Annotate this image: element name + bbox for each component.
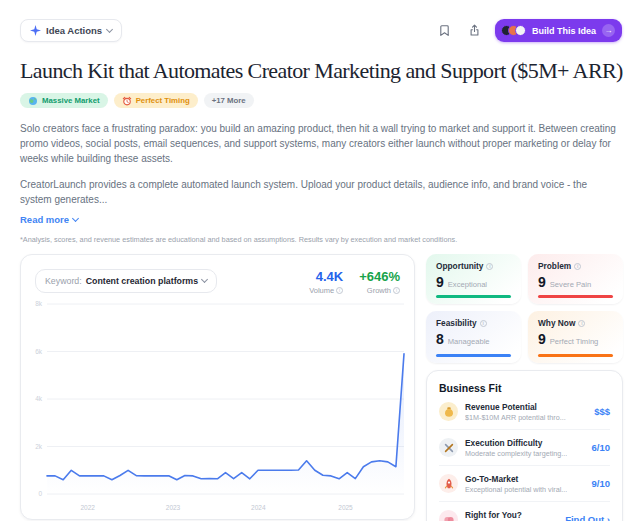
fit-row-revenue-potential: Revenue Potential $1M-$10M ARR potential… [439, 394, 610, 430]
fit-row-value: 6/10 [592, 442, 611, 453]
score-bar [538, 295, 613, 298]
alarm-clock-icon [122, 96, 132, 106]
score-title: Problem [538, 261, 571, 271]
tools-icon [443, 442, 455, 454]
volume-label: Volume [309, 286, 334, 295]
score-number: 9 [538, 331, 546, 347]
tag-perfect-timing[interactable]: Perfect Timing [114, 93, 198, 108]
score-bar [436, 295, 511, 298]
svg-text:2k: 2k [35, 443, 43, 450]
score-descriptor: Perfect Timing [550, 337, 599, 346]
fit-row-title: Right for You? [465, 510, 558, 520]
score-grid: Opportunity i 9 Exceptional Problem i [426, 254, 623, 363]
fit-row-title: Go-To-Market [465, 474, 567, 484]
ai-avatar-light [515, 25, 526, 36]
growth-stat: +646% Growth i [359, 269, 400, 295]
fit-row-title: Revenue Potential [465, 402, 566, 412]
description-paragraph-2: CreatorLaunch provides a complete automa… [20, 177, 620, 207]
brain-icon [443, 514, 455, 521]
info-icon[interactable]: i [574, 263, 581, 270]
find-out-link[interactable]: Find Out › [565, 514, 610, 521]
svg-text:8k: 8k [35, 300, 43, 307]
tag-label: Perfect Timing [136, 96, 190, 105]
bookmark-button[interactable] [435, 21, 455, 41]
score-card-opportunity: Opportunity i 9 Exceptional [426, 254, 521, 304]
score-number: 9 [538, 274, 546, 290]
score-bar [436, 354, 511, 357]
fit-row-subtitle: Moderate complexity targeting... [465, 449, 567, 458]
chevron-down-icon [72, 215, 79, 222]
globe-icon [28, 96, 38, 106]
score-card-problem: Problem i 9 Severe Pain [528, 254, 623, 304]
info-icon[interactable]: i [480, 320, 487, 327]
volume-stat: 4.4K Volume i [309, 269, 343, 295]
score-title: Feasibility [436, 318, 477, 328]
svg-text:2023: 2023 [166, 504, 181, 511]
arrow-right-icon: → [602, 24, 615, 37]
info-icon[interactable]: i [486, 263, 493, 270]
idea-actions-label: Idea Actions [46, 25, 102, 36]
idea-actions-button[interactable]: Idea Actions [20, 19, 122, 42]
score-bar [538, 354, 613, 357]
info-icon[interactable]: i [393, 287, 400, 294]
growth-value: +646% [359, 269, 400, 284]
fit-row-subtitle: $1M-$10M ARR potential thro... [465, 413, 566, 422]
fit-row-value: $$$ [594, 406, 610, 417]
sparkle-icon [30, 25, 41, 36]
score-title: Why Now [538, 318, 575, 328]
keyword-dropdown[interactable]: Keyword: Content creation platforms [35, 269, 217, 293]
score-number: 8 [436, 331, 444, 347]
fit-row-right-for-you: Right for You? Ideal for tech-savvy foun… [439, 502, 610, 521]
top-action-bar: Idea Actions Build This Idea [20, 18, 622, 43]
score-descriptor: Manageable [448, 337, 490, 346]
idea-detail-page: Idea Actions Build This Idea [0, 18, 640, 521]
fit-row-value: 9/10 [592, 478, 611, 489]
svg-text:2022: 2022 [80, 504, 95, 511]
svg-text:2025: 2025 [338, 504, 353, 511]
chevron-down-icon [106, 25, 113, 32]
read-more-link[interactable]: Read more [20, 214, 78, 225]
score-title: Opportunity [436, 261, 483, 271]
bookmark-icon [438, 24, 451, 37]
read-more-label: Read more [20, 214, 69, 225]
svg-text:2024: 2024 [251, 504, 266, 511]
business-fit-card: Business Fit Revenue Potential $1M-$10M … [426, 370, 623, 521]
keyword-value: Content creation platforms [86, 276, 198, 286]
ai-tool-avatars [501, 25, 526, 36]
score-number: 9 [436, 274, 444, 290]
score-descriptor: Exceptional [448, 280, 487, 289]
svg-text:6k: 6k [35, 348, 43, 355]
tag-label: Massive Market [42, 96, 100, 105]
svg-text:0: 0 [38, 490, 42, 497]
tag-list: Massive Market Perfect Timing +17 More [20, 93, 620, 108]
trend-chart: 02k4k6k8k2022202320242025 [29, 297, 408, 515]
score-card-why-now: Why Now i 9 Perfect Timing [528, 311, 623, 363]
main-content: Keyword: Content creation platforms 4.4K… [20, 254, 620, 521]
tag-label: +17 More [212, 96, 246, 105]
fit-row-subtitle: Exceptional potential with viral... [465, 485, 567, 494]
info-icon[interactable]: i [336, 287, 343, 294]
share-button[interactable] [465, 21, 485, 41]
info-icon[interactable]: i [578, 320, 585, 327]
score-card-feasibility: Feasibility i 8 Manageable [426, 311, 521, 363]
description-paragraph-1: Solo creators face a frustrating paradox… [20, 121, 620, 166]
fit-row-execution-difficulty: Execution Difficulty Moderate complexity… [439, 430, 610, 466]
page-title: Launch Kit that Automates Creator Market… [20, 58, 620, 84]
rocket-icon [443, 478, 455, 490]
growth-label: Growth [367, 286, 391, 295]
share-icon [468, 24, 481, 37]
scores-column: Opportunity i 9 Exceptional Problem i [426, 254, 623, 521]
score-descriptor: Severe Pain [550, 280, 591, 289]
keyword-trend-card: Keyword: Content creation platforms 4.4K… [20, 254, 415, 520]
tag-massive-market[interactable]: Massive Market [20, 93, 108, 108]
volume-value: 4.4K [309, 269, 343, 284]
business-fit-title: Business Fit [439, 382, 610, 394]
keyword-label: Keyword: [45, 276, 82, 286]
tag-more-count[interactable]: +17 More [204, 93, 254, 108]
svg-text:4k: 4k [35, 395, 43, 402]
build-this-idea-button[interactable]: Build This Idea → [495, 19, 622, 42]
fit-row-title: Execution Difficulty [465, 438, 567, 448]
build-button-label: Build This Idea [532, 26, 596, 36]
chevron-down-icon [201, 276, 208, 283]
disclaimer-text: *Analysis, scores, and revenue estimates… [20, 235, 620, 244]
